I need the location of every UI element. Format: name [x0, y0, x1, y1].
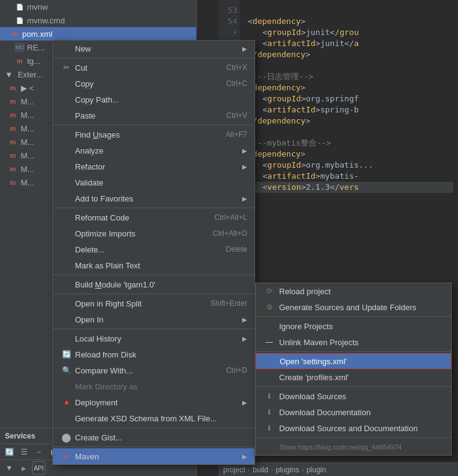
menu-item-add-favorites[interactable]: Add to Favorites ▶ [53, 190, 255, 206]
menu-item-open-in[interactable]: Open In ▶ [53, 311, 255, 327]
menu-item-open-right-split[interactable]: Open in Right Split Shift+Enter [53, 295, 255, 311]
breadcrumb-item[interactable]: build [253, 466, 268, 474]
file-tree-item[interactable]: 📄 mvnw.cmd [0, 14, 196, 27]
menu-item-copy-path[interactable]: Copy Path... [53, 92, 255, 107]
item-name: M... [21, 178, 34, 187]
menu-item-find-usages[interactable]: Find Usages Alt+F7 [53, 127, 255, 142]
file-tree-item[interactable]: 📄 mvnw [0, 0, 196, 14]
menu-item-build-module[interactable]: Build Module 'tgam1.0' [53, 276, 255, 292]
code-line: <groupId>org.springf [248, 93, 453, 104]
settings-icon [264, 355, 276, 367]
menu-item-label: Reformat Code [75, 213, 202, 222]
submenu-separator [256, 351, 451, 352]
submenu-item-unlink[interactable]: — Unlink Maven Projects [256, 334, 451, 350]
toolbar-collapse-btn[interactable]: − [32, 445, 45, 459]
menu-separator [53, 447, 255, 447]
submenu-item-download-docs[interactable]: ⬇ Download Documentation [256, 404, 451, 420]
toolbar-item-btn3[interactable]: API [32, 461, 45, 475]
menu-separator [53, 58, 255, 58]
submenu-item-generate[interactable]: ⚙ Generate Sources and Update Folders [256, 299, 451, 315]
submenu-item-label: Create 'profiles.xml' [279, 373, 444, 382]
maven-submenu: ⟳ Reload project ⚙ Generate Sources and … [255, 283, 452, 456]
code-line: <!--mybatis整合--> [248, 138, 453, 149]
code-line: <artifactId>mybatis- [248, 171, 453, 182]
menu-item-generate-xsd[interactable]: Generate XSD Schema from XML File... [53, 410, 255, 426]
menu-item-new[interactable]: New ▶ [53, 41, 255, 57]
code-line: <version>2.1.3</vers [248, 182, 453, 193]
submenu-arrow: ▶ [242, 163, 247, 170]
menu-item-label: Delete... [75, 245, 213, 254]
shortcut-text: Ctrl+C [226, 79, 247, 88]
menu-item-label: Validate [75, 178, 247, 187]
submenu-item-download-sources[interactable]: ⬇ Download Sources [256, 388, 451, 404]
menu-item-reload-disk[interactable]: 🔄 Reload from Disk [53, 346, 255, 362]
menu-item-copy[interactable]: Copy Ctrl+C [53, 76, 255, 92]
history-icon [60, 332, 73, 345]
line-num: 53 [227, 5, 237, 16]
menu-item-maven[interactable]: m Maven ▶ [53, 448, 255, 464]
menu-item-mark-plain[interactable]: Mark as Plain Text [53, 257, 255, 273]
toolbar-reload-btn[interactable]: 🔄 [2, 445, 16, 459]
breadcrumb-item[interactable]: plugins [275, 466, 299, 474]
line-num: ⚡ [232, 27, 237, 38]
download-docs-icon: ⬇ [263, 406, 275, 418]
breadcrumb-item[interactable]: plugin [306, 466, 326, 474]
submenu-item-download-both[interactable]: ⬇ Download Sources and Documentation [256, 420, 451, 436]
menu-item-compare-with[interactable]: 🔍 Compare With... Ctrl+D [53, 362, 255, 378]
menu-item-label: Optimize Imports [75, 229, 200, 238]
toolbar-item-btn2[interactable]: ▶ [17, 461, 31, 475]
menu-item-refactor[interactable]: Refactor ▶ [53, 158, 255, 174]
submenu-item-reload[interactable]: ⟳ Reload project [256, 283, 451, 299]
submenu-item-ignore[interactable]: Ignore Projects [256, 318, 451, 334]
profiles-icon [263, 371, 275, 383]
menu-separator [53, 294, 255, 294]
folder-icon: ▼ [5, 70, 13, 79]
file-tree-pom[interactable]: m pom.xml [0, 27, 196, 41]
menu-item-label: Generate XSD Schema from XML File... [75, 414, 247, 423]
maven-menu-icon: m [60, 450, 73, 462]
cut-icon: ✂ [60, 61, 73, 74]
url-icon [263, 441, 275, 453]
mark-plain-icon [60, 259, 73, 271]
analyze-icon [60, 144, 73, 157]
code-line: <groupId>org.mybatis... [248, 160, 453, 171]
menu-item-analyze[interactable]: Analyze ▶ [53, 142, 255, 158]
menu-item-paste[interactable]: Paste Ctrl+V [53, 107, 255, 123]
menu-item-create-gist[interactable]: ⬤ Create Gist... [53, 429, 255, 445]
menu-item-mark-directory[interactable]: Mark Directory as [53, 378, 255, 394]
submenu-item-label: Ignore Projects [279, 322, 444, 331]
copy-path-icon [60, 93, 73, 106]
submenu-item-label: Generate Sources and Update Folders [279, 303, 444, 312]
menu-item-label: Build Module 'tgam1.0' [75, 280, 247, 289]
item-name: ▶ < [21, 84, 34, 93]
open-in-icon [60, 313, 73, 326]
toolbar-list-btn[interactable]: ☰ [17, 445, 31, 459]
menu-item-label: Copy Path... [75, 95, 247, 104]
code-line [248, 127, 453, 138]
menu-item-label: Reload from Disk [75, 350, 247, 359]
menu-item-label: Add to Favorites [75, 194, 240, 203]
md-icon: MD [15, 42, 25, 52]
menu-separator [53, 427, 255, 428]
menu-item-optimize-imports[interactable]: Optimize Imports Ctrl+Alt+O [53, 225, 255, 241]
breadcrumb-item[interactable]: project [223, 466, 245, 474]
menu-item-delete[interactable]: Delete... Delete [53, 241, 255, 257]
submenu-item-open-settings[interactable]: Open 'settings.xml' [256, 353, 451, 369]
menu-item-cut[interactable]: ✂ Cut Ctrl+X [53, 60, 255, 76]
new-icon [60, 42, 73, 55]
menu-item-local-history[interactable]: Local History ▶ [53, 330, 255, 346]
shortcut-text: Shift+Enter [210, 299, 247, 308]
item-name: M... [21, 97, 34, 106]
submenu-item-create-profiles[interactable]: Create 'profiles.xml' [256, 369, 451, 385]
services-title: Services [5, 432, 35, 440]
menu-item-validate[interactable]: Validate [53, 174, 255, 190]
menu-item-deployment[interactable]: 🔺 Deployment ▶ [53, 394, 255, 410]
code-line [248, 60, 453, 71]
submenu-arrow: ▶ [242, 316, 247, 323]
menu-item-reformat[interactable]: Reformat Code Ctrl+Alt+L [53, 209, 255, 225]
submenu-item-show-url[interactable]: Show https://blog.csdn.net/qq_44654974 [256, 439, 451, 455]
toolbar-item-btn[interactable]: ▼ [2, 461, 16, 475]
submenu-item-label: Download Sources [279, 392, 444, 401]
item-name: M... [21, 151, 34, 160]
find-usages-icon [60, 128, 73, 141]
